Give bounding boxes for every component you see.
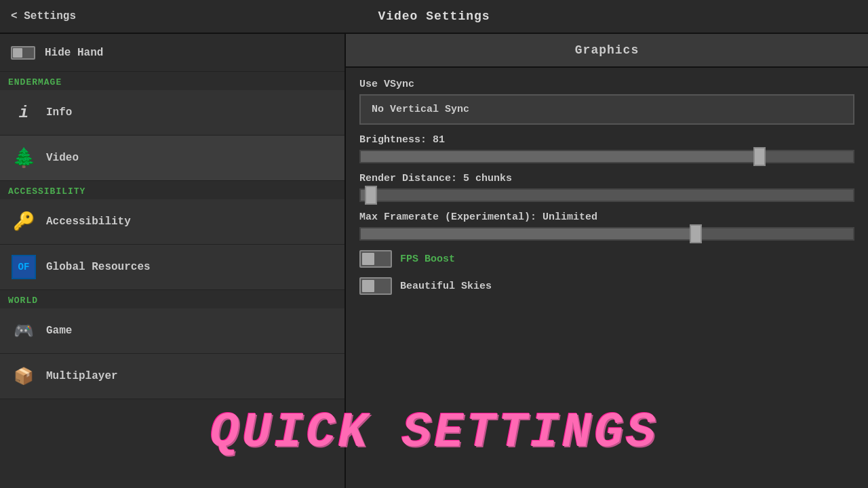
max-framerate-fill: [361, 228, 696, 239]
beautiful-skies-setting: Beautiful Skies: [359, 277, 854, 295]
brightness-slider[interactable]: [359, 150, 854, 163]
sidebar-item-game[interactable]: 🎮 Game: [0, 308, 344, 354]
max-framerate-setting: Max Framerate (Experimental): Unlimited: [359, 211, 854, 241]
beautiful-skies-knob: [362, 280, 374, 292]
sidebar: Hide Hand ENDERMAGE i Info 🌲 Video Acces…: [0, 34, 346, 488]
back-label: < Settings: [11, 10, 76, 22]
game-icon-box: 🎮: [11, 318, 37, 344]
sidebar-item-global-resources[interactable]: OF Global Resources: [0, 245, 344, 290]
sidebar-game-label: Game: [46, 325, 72, 337]
section-endermage: ENDERMAGE: [0, 72, 344, 90]
sidebar-item-hide-hand[interactable]: Hide Hand: [0, 34, 344, 72]
section-world: World: [0, 290, 344, 308]
render-distance-setting: Render Distance: 5 chunks: [359, 173, 854, 202]
fps-boost-label: FPS Boost: [400, 253, 455, 265]
sidebar-info-label: Info: [46, 106, 72, 119]
video-icon-box: 🌲: [11, 145, 37, 171]
key-icon: 🔑: [13, 211, 35, 232]
vsync-value: No Vertical Sync: [372, 104, 469, 115]
sidebar-global-resources-label: Global Resources: [46, 261, 151, 273]
main-layout: Hide Hand ENDERMAGE i Info 🌲 Video Acces…: [0, 34, 868, 488]
fps-boost-knob: [362, 253, 374, 265]
sidebar-multiplayer-label: Multiplayer: [46, 370, 118, 382]
settings-content: Use VSync No Vertical Sync Brightness: 8…: [346, 68, 868, 306]
sidebar-video-label: Video: [46, 152, 79, 164]
hide-hand-toggle[interactable]: [11, 46, 35, 60]
render-distance-slider[interactable]: [359, 188, 854, 202]
max-framerate-thumb: [690, 224, 702, 243]
vsync-label: Use VSync: [359, 79, 854, 90]
brightness-label: Brightness: 81: [359, 134, 854, 146]
sidebar-item-video[interactable]: 🌲 Video: [0, 136, 344, 181]
render-distance-label: Render Distance: 5 chunks: [359, 173, 854, 184]
sidebar-accessibility-label: Accessibility: [46, 216, 131, 228]
beautiful-skies-toggle[interactable]: [359, 277, 392, 295]
gamepad-icon: 🎮: [14, 321, 34, 341]
sidebar-item-multiplayer[interactable]: 📦 Multiplayer: [0, 354, 344, 399]
fps-boost-setting: FPS Boost: [359, 250, 854, 268]
section-accessibility: Accessibility: [0, 181, 344, 199]
toggle-knob: [13, 48, 22, 58]
global-resources-icon-box: OF: [11, 254, 37, 280]
top-bar: < Settings Video Settings: [0, 0, 868, 34]
brightness-fill: [361, 151, 760, 162]
right-panel: Graphics Use VSync No Vertical Sync Brig…: [346, 34, 868, 488]
sidebar-item-accessibility[interactable]: 🔑 Accessibility: [0, 199, 344, 245]
chest-icon: 📦: [14, 367, 34, 386]
hide-hand-label: Hide Hand: [45, 47, 103, 59]
info-icon-box: i: [11, 100, 37, 125]
beautiful-skies-label: Beautiful Skies: [400, 281, 492, 292]
vsync-dropdown[interactable]: No Vertical Sync: [359, 94, 854, 125]
brightness-setting: Brightness: 81: [359, 134, 854, 163]
info-icon: i: [19, 104, 28, 122]
max-framerate-slider[interactable]: [359, 227, 854, 241]
of-icon: OF: [12, 255, 36, 279]
graphics-header: Graphics: [346, 34, 868, 68]
render-distance-thumb: [365, 186, 377, 205]
brightness-thumb: [753, 147, 766, 166]
vsync-setting: Use VSync No Vertical Sync: [359, 79, 854, 125]
max-framerate-label: Max Framerate (Experimental): Unlimited: [359, 211, 854, 223]
tree-icon: 🌲: [12, 146, 36, 169]
fps-boost-toggle[interactable]: [359, 250, 392, 268]
page-title: Video Settings: [378, 9, 490, 23]
accessibility-icon-box: 🔑: [11, 209, 37, 235]
multiplayer-icon-box: 📦: [11, 363, 37, 389]
sidebar-item-info[interactable]: i Info: [0, 90, 344, 136]
back-button[interactable]: < Settings: [11, 10, 76, 22]
